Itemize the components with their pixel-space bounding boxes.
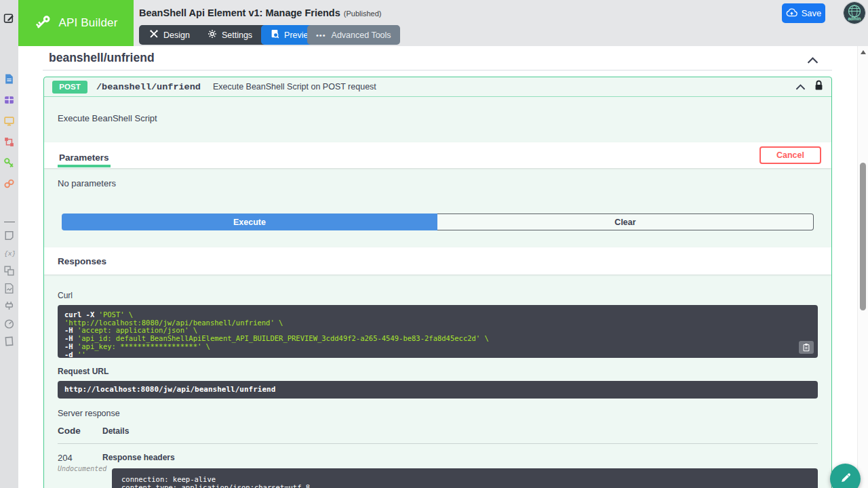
post-opblock: POST /beanshell/unfriend Execute BeanShe… — [43, 77, 832, 488]
svg-text:admin: admin — [848, 16, 861, 21]
api-builder-logo[interactable]: API Builder — [18, 0, 134, 46]
preview-icon — [270, 29, 279, 41]
request-url-label: Request URL — [58, 367, 818, 376]
scrollbar-up-arrow[interactable] — [861, 50, 866, 54]
sandbox-icon[interactable] — [3, 336, 15, 347]
copy-to-clipboard-button[interactable] — [799, 341, 814, 354]
code-column-header: Code — [58, 426, 102, 436]
opblock-summary[interactable]: POST /beanshell/unfriend Execute BeanShe… — [44, 77, 831, 97]
key-icon — [34, 13, 52, 34]
avatar[interactable]: admin — [844, 2, 865, 24]
lock-icon[interactable] — [814, 80, 823, 94]
localization-icon[interactable] — [3, 265, 15, 277]
userview-builder-icon[interactable] — [3, 115, 15, 127]
tab-design[interactable]: Design — [140, 25, 199, 45]
sidebar-divider — [4, 222, 15, 222]
request-url-value: http://localhost:8080/jw/api/beanshell/u… — [58, 381, 818, 399]
report-icon[interactable] — [3, 283, 15, 294]
status-code: 204 — [58, 453, 102, 463]
advanced-tools-button[interactable]: ••• Advanced Tools — [307, 25, 400, 45]
collapse-chevron-icon[interactable] — [795, 81, 806, 93]
tab-parameters[interactable]: Parameters — [58, 146, 111, 167]
curl-label: Curl — [58, 291, 818, 300]
app-header: API Builder BeanShell Api Element v1: Ma… — [18, 0, 868, 46]
expression-icon[interactable]: {x} — [3, 247, 15, 259]
response-headers-label: Response headers — [102, 453, 818, 462]
process-builder-icon[interactable] — [3, 136, 15, 148]
endpoint-path: /beanshell/unfriend — [96, 82, 201, 92]
no-parameters-text: No parameters — [44, 168, 831, 188]
ellipsis-icon: ••• — [316, 31, 326, 39]
page-title: BeanShell Api Element v1: Manage Friends… — [139, 7, 381, 18]
logo-label: API Builder — [58, 16, 117, 30]
responses-header: Responses — [44, 247, 831, 274]
preview-panel: beanshell/unfriend POST /beanshell/unfri… — [18, 46, 857, 488]
responses-label: Responses — [58, 256, 106, 266]
design-icon — [149, 29, 159, 41]
response-table-header: Code Details — [58, 426, 818, 444]
endpoint-description: Execute BeanShell Script — [44, 97, 831, 142]
response-row: 204 Undocumented Response headers connec… — [58, 453, 818, 488]
curl-command: curl -X 'POST' \ 'http://localhost:8080/… — [58, 305, 818, 358]
builder-sidebar: {x} — [0, 0, 18, 488]
status-note: Undocumented — [58, 465, 102, 472]
cancel-button[interactable]: Cancel — [760, 146, 821, 164]
endpoint-summary: Execute BeanShell Script on POST request — [213, 82, 376, 92]
response-headers-value: connection: keep-alivecontent-type: appl… — [112, 468, 818, 488]
gear-icon — [208, 29, 217, 41]
details-column-header: Details — [102, 426, 129, 436]
endpoint-heading: beanshell/unfriend — [49, 51, 155, 65]
edit-icon[interactable] — [3, 12, 15, 24]
builder-tab-group: Design Settings Preview — [139, 25, 325, 45]
chevron-up-icon[interactable] — [807, 54, 818, 66]
cloud-upload-icon — [786, 7, 797, 19]
save-button[interactable]: Save — [782, 3, 825, 23]
notes-icon[interactable] — [3, 230, 15, 241]
clear-button[interactable]: Clear — [437, 214, 814, 230]
published-badge: (Published) — [344, 9, 382, 18]
pencil-icon — [839, 471, 852, 487]
parameters-header: Parameters Cancel — [44, 142, 831, 168]
form-builder-icon[interactable] — [3, 73, 15, 85]
datalist-builder-icon[interactable] — [3, 94, 15, 106]
execute-row: Execute Clear — [62, 214, 814, 230]
scrollbar — [857, 46, 868, 488]
tab-settings[interactable]: Settings — [199, 25, 261, 45]
api-builder-icon[interactable] — [3, 157, 15, 169]
server-response-label: Server response — [58, 409, 818, 418]
plugin-icon[interactable] — [3, 300, 15, 312]
integration-icon[interactable] — [3, 178, 15, 190]
scrollbar-thumb[interactable] — [860, 163, 866, 310]
method-badge: POST — [52, 81, 87, 94]
performance-icon[interactable] — [3, 318, 15, 329]
execute-button[interactable]: Execute — [62, 214, 437, 230]
divider — [43, 70, 832, 70]
responses-body: Curl curl -X 'POST' \ 'http://localhost:… — [44, 274, 831, 488]
svg-text:{x}: {x} — [4, 250, 15, 258]
